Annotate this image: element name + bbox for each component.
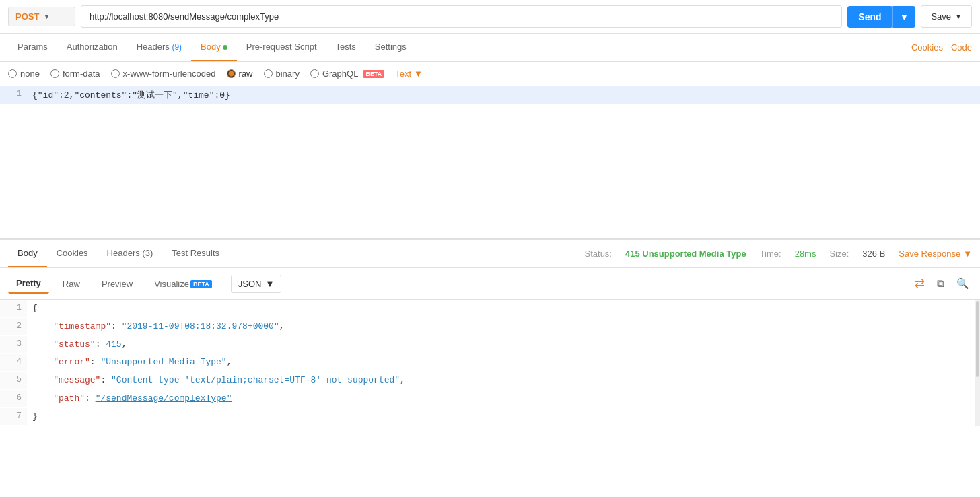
json-line-5: 5 "message": "Content type 'text/plain;c… xyxy=(0,372,980,390)
text-type-chevron-icon: ▼ xyxy=(414,69,423,79)
save-response-chevron-icon: ▼ xyxy=(963,249,972,259)
code-link[interactable]: Code xyxy=(951,42,972,53)
scrollbar-thumb[interactable] xyxy=(976,301,979,377)
search-response-button[interactable]: 🔍 xyxy=(954,273,972,294)
json-sep-5: : xyxy=(100,375,111,385)
json-line-3: 3 "status": 415, xyxy=(0,336,980,354)
tab-settings[interactable]: Settings xyxy=(365,34,416,61)
json-content-7: } xyxy=(27,408,43,426)
text-type-button[interactable]: Text ▼ xyxy=(395,69,423,79)
resp-tab-cookies[interactable]: Cookies xyxy=(47,240,98,267)
top-bar: POST ▼ Send ▼ Save ▼ xyxy=(0,0,980,34)
request-body-editor[interactable]: 1 {"id":2,"contents":"测试一下","time":0} xyxy=(0,86,980,239)
json-content-6: "path": "/sendMessage/complexType" xyxy=(27,390,237,408)
radio-form-data[interactable] xyxy=(50,69,59,78)
json-key-path: "path" xyxy=(32,393,85,403)
json-key-timestamp: "timestamp" xyxy=(32,321,111,331)
resp-view-raw-label: Raw xyxy=(63,279,80,289)
save-label: Save xyxy=(931,11,951,22)
method-selector[interactable]: POST ▼ xyxy=(8,7,75,26)
format-value: JSON xyxy=(238,279,262,289)
json-sep-6: : xyxy=(85,393,96,403)
tab-tests[interactable]: Tests xyxy=(326,34,365,61)
response-format-select[interactable]: JSON ▼ xyxy=(231,275,282,293)
resp-view-visualize[interactable]: VisualizeBETA xyxy=(146,275,220,293)
json-comma-3: , xyxy=(122,339,127,350)
tab-params[interactable]: Params xyxy=(8,34,57,61)
time-label: Time: xyxy=(760,249,781,259)
resp-tab-body[interactable]: Body xyxy=(8,240,47,267)
tab-body-label: Body xyxy=(201,42,221,52)
save-response-label: Save Response xyxy=(899,249,960,259)
radio-none[interactable] xyxy=(8,69,17,78)
resp-view-raw[interactable]: Raw xyxy=(55,275,88,293)
radio-urlencoded[interactable] xyxy=(111,69,120,78)
send-group: Send ▼ xyxy=(847,6,915,28)
option-raw[interactable]: raw xyxy=(227,69,253,79)
json-sep-2: : xyxy=(111,321,122,331)
tab-authorization-label: Authorization xyxy=(67,42,118,52)
send-dropdown-button[interactable]: ▼ xyxy=(893,6,916,28)
json-line-7: 7 } xyxy=(0,408,980,426)
code-line-1: 1 {"id":2,"contents":"测试一下","time":0} xyxy=(0,86,980,104)
visualize-beta-badge: BETA xyxy=(190,280,212,288)
send-button[interactable]: Send xyxy=(847,6,892,28)
json-linenum-3: 3 xyxy=(0,336,27,353)
method-chevron-icon: ▼ xyxy=(43,13,50,20)
resp-view-preview[interactable]: Preview xyxy=(94,275,141,293)
save-response-button[interactable]: Save Response ▼ xyxy=(899,249,972,259)
json-comma-2: , xyxy=(279,321,285,331)
method-value: POST xyxy=(15,11,39,22)
wrap-text-button[interactable]: ⇄ xyxy=(912,273,928,294)
json-val-error: "Unsupported Media Type" xyxy=(100,357,226,367)
json-line-4: 4 "error": "Unsupported Media Type", xyxy=(0,354,980,372)
json-linenum-1: 1 xyxy=(0,300,27,317)
response-status-bar: Status: 415 Unsupported Media Type Time:… xyxy=(585,249,972,259)
tab-headers[interactable]: Headers (9) xyxy=(127,34,191,61)
copy-response-button[interactable]: ⧉ xyxy=(934,273,947,294)
json-line-6: 6 "path": "/sendMessage/complexType" xyxy=(0,390,980,408)
tab-prerequest-label: Pre-request Script xyxy=(246,42,317,52)
tab-prerequest[interactable]: Pre-request Script xyxy=(237,34,326,61)
json-content-2: "timestamp": "2019-11-09T08:18:32.978+00… xyxy=(27,318,290,336)
json-val-path: "/sendMessage/complexType" xyxy=(96,393,232,403)
radio-binary[interactable] xyxy=(264,69,273,78)
editor-empty-space xyxy=(0,104,980,238)
resp-view-pretty[interactable]: Pretty xyxy=(8,274,49,294)
tab-headers-label: Headers xyxy=(137,42,172,52)
json-val-status: 415 xyxy=(106,339,121,350)
option-urlencoded-label: x-www-form-urlencoded xyxy=(123,69,216,79)
tab-params-label: Params xyxy=(18,42,48,52)
option-graphql[interactable]: GraphQLBETA xyxy=(310,69,384,79)
scrollbar-track[interactable] xyxy=(975,300,980,426)
json-linenum-5: 5 xyxy=(0,372,27,389)
json-val-message: "Content type 'text/plain;charset=UTF-8'… xyxy=(111,375,400,385)
option-none[interactable]: none xyxy=(8,69,40,79)
radio-graphql[interactable] xyxy=(310,69,319,78)
body-dot-indicator xyxy=(223,45,228,50)
option-none-label: none xyxy=(20,69,40,79)
resp-view-pretty-label: Pretty xyxy=(16,278,41,288)
response-body: 1 { 2 "timestamp": "2019-11-09T08:18:32.… xyxy=(0,300,980,426)
option-binary-label: binary xyxy=(276,69,300,79)
body-options: none form-data x-www-form-urlencoded raw… xyxy=(0,62,980,86)
json-content-5: "message": "Content type 'text/plain;cha… xyxy=(27,372,411,390)
json-content-1: { xyxy=(27,300,43,318)
option-binary[interactable]: binary xyxy=(264,69,300,79)
json-content-4: "error": "Unsupported Media Type", xyxy=(27,354,237,372)
json-line-1: 1 { xyxy=(0,300,980,318)
tab-body[interactable]: Body xyxy=(191,34,237,61)
option-raw-label: raw xyxy=(239,69,253,79)
save-button[interactable]: Save ▼ xyxy=(921,5,972,28)
resp-tab-test-results[interactable]: Test Results xyxy=(162,240,229,267)
option-form-data[interactable]: form-data xyxy=(50,69,100,79)
resp-tab-headers[interactable]: Headers (3) xyxy=(98,240,163,267)
option-urlencoded[interactable]: x-www-form-urlencoded xyxy=(111,69,216,79)
text-type-label: Text xyxy=(395,69,411,79)
format-chevron-icon: ▼ xyxy=(265,279,274,289)
tab-authorization[interactable]: Authorization xyxy=(57,34,127,61)
radio-raw[interactable] xyxy=(227,69,236,78)
url-input[interactable] xyxy=(81,5,842,28)
cookies-link[interactable]: Cookies xyxy=(911,42,943,53)
json-linenum-7: 7 xyxy=(0,408,27,425)
